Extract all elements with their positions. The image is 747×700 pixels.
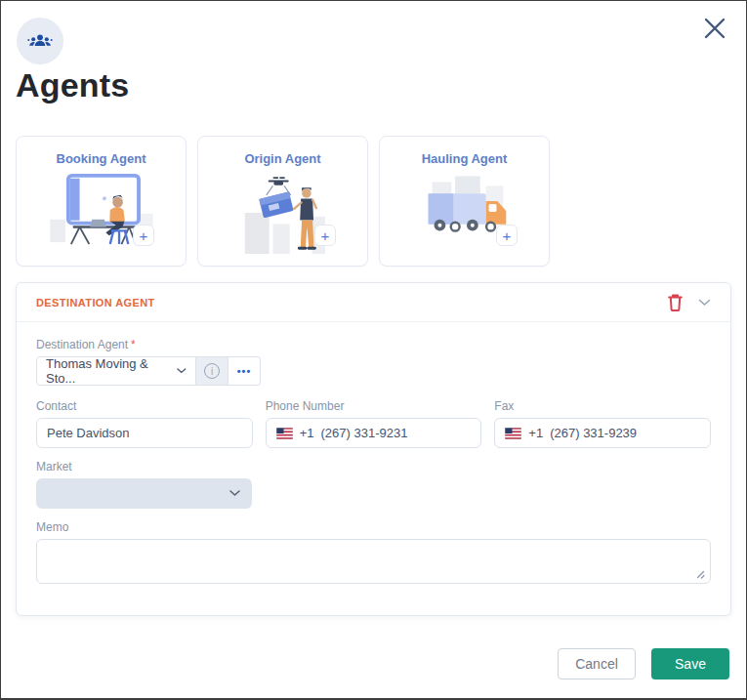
people-group-icon bbox=[27, 30, 53, 52]
plus-icon: + bbox=[503, 228, 512, 243]
memo-field: Memo bbox=[36, 520, 711, 584]
add-origin-agent-button[interactable]: + bbox=[314, 225, 336, 246]
agents-modal: Agents Booking Agent bbox=[0, 0, 747, 700]
phone-input[interactable]: +1 (267) 331-9231 bbox=[266, 418, 482, 448]
market-field: Market bbox=[36, 460, 252, 509]
plus-icon: + bbox=[140, 228, 148, 243]
agents-avatar bbox=[17, 18, 63, 64]
contact-value: Pete Davidson bbox=[47, 426, 130, 440]
fax-input[interactable]: +1 (267) 331-9239 bbox=[494, 418, 711, 448]
contact-phone-fax-row: Contact Pete Davidson Phone Number bbox=[36, 399, 711, 448]
cancel-button[interactable]: Cancel bbox=[558, 648, 636, 679]
phone-dial-code: +1 bbox=[300, 426, 314, 440]
phone-label: Phone Number bbox=[266, 399, 482, 413]
resize-handle-icon[interactable] bbox=[695, 569, 705, 579]
chevron-down-icon bbox=[177, 368, 187, 374]
card-title-booking: Booking Agent bbox=[17, 151, 186, 166]
phone-number-value: (267) 331-9231 bbox=[321, 426, 408, 440]
booking-agent-illustration bbox=[17, 170, 186, 246]
fax-label: Fax bbox=[494, 399, 711, 413]
market-select[interactable] bbox=[36, 478, 252, 509]
card-title-hauling: Hauling Agent bbox=[380, 151, 549, 166]
agent-more-options-button[interactable]: ••• bbox=[228, 356, 261, 386]
contact-input[interactable]: Pete Davidson bbox=[36, 418, 253, 448]
delete-agent-button[interactable] bbox=[667, 293, 684, 311]
add-hauling-agent-button[interactable]: + bbox=[496, 225, 518, 246]
panel-title: DESTINATION AGENT bbox=[36, 297, 155, 309]
memo-label: Memo bbox=[36, 520, 711, 534]
info-icon: i bbox=[204, 363, 220, 379]
ellipsis-icon: ••• bbox=[237, 365, 252, 377]
us-flag-icon bbox=[505, 428, 521, 439]
close-icon bbox=[702, 16, 727, 41]
agent-card-origin: Origin Agent bbox=[197, 136, 368, 267]
chevron-down-icon bbox=[229, 490, 240, 497]
destination-agent-panel: DESTINATION AGENT Destination Agent* bbox=[16, 282, 731, 616]
fax-dial-code: +1 bbox=[528, 426, 543, 440]
destination-agent-label-text: Destination Agent bbox=[36, 338, 128, 351]
close-button[interactable] bbox=[697, 11, 732, 46]
memo-textarea[interactable] bbox=[36, 539, 711, 584]
chevron-down-icon bbox=[698, 299, 711, 307]
collapse-panel-button[interactable] bbox=[698, 299, 711, 307]
plus-icon: + bbox=[321, 228, 330, 243]
destination-agent-form: Destination Agent* Thomas Moving & Sto..… bbox=[17, 322, 730, 584]
fax-number-value: (267) 331-9239 bbox=[550, 426, 637, 440]
agent-info-button[interactable]: i bbox=[196, 356, 228, 386]
add-booking-agent-button[interactable]: + bbox=[133, 225, 154, 246]
agent-card-booking: Booking Agent bbox=[16, 136, 187, 267]
trash-icon bbox=[667, 293, 684, 311]
destination-agent-selected-value: Thomas Moving & Sto... bbox=[46, 356, 177, 386]
panel-actions bbox=[667, 293, 711, 311]
hauling-agent-illustration bbox=[380, 170, 549, 242]
contact-label: Contact bbox=[36, 399, 253, 413]
origin-agent-illustration bbox=[198, 170, 367, 254]
destination-agent-select-group: Thomas Moving & Sto... i ••• bbox=[36, 356, 711, 386]
agent-cards-row: Booking Agent bbox=[16, 136, 731, 267]
required-asterisk: * bbox=[131, 338, 136, 351]
agent-card-hauling: Hauling Agent + bbox=[379, 136, 550, 267]
market-label: Market bbox=[36, 460, 252, 474]
card-title-origin: Origin Agent bbox=[198, 151, 367, 166]
page-title: Agents bbox=[16, 65, 746, 104]
destination-agent-label: Destination Agent* bbox=[36, 338, 711, 351]
us-flag-icon bbox=[276, 428, 293, 439]
destination-agent-select[interactable]: Thomas Moving & Sto... bbox=[36, 356, 196, 386]
modal-footer: Cancel Save bbox=[1, 648, 729, 679]
destination-agent-panel-header: DESTINATION AGENT bbox=[17, 283, 730, 322]
save-button[interactable]: Save bbox=[651, 648, 729, 679]
